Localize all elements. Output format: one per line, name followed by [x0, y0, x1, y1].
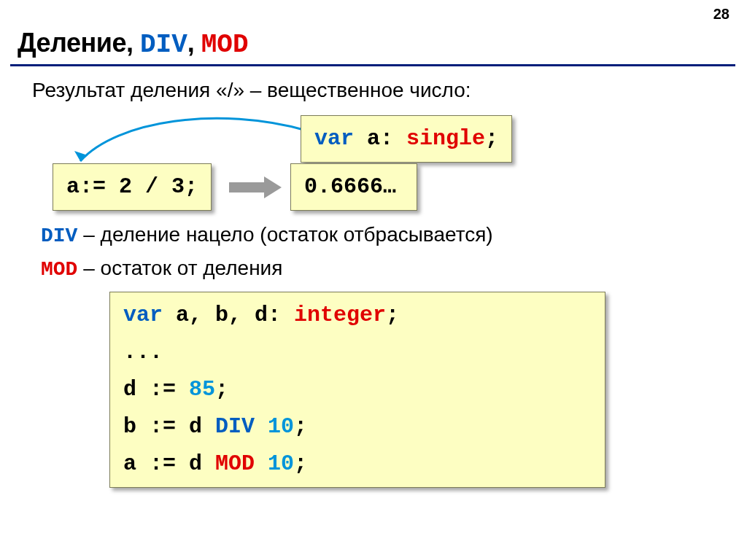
slide-title: Деление, DIV, MOD — [18, 28, 249, 60]
connector-curve — [58, 113, 314, 171]
title-comma: , — [126, 28, 140, 58]
kw-mod: MOD — [215, 451, 255, 476]
code-number: 10 — [268, 451, 294, 476]
definition-text: – остаток от деления — [77, 257, 282, 279]
code-box-var-decl: var a: single; — [301, 115, 512, 163]
definition-mod: MOD – остаток от деления — [41, 257, 282, 281]
code-text — [255, 414, 268, 439]
kw-div: DIV — [215, 414, 255, 439]
definition-div: DIV – деление нацело (остаток отбрасывае… — [41, 223, 493, 247]
kw-mod: MOD — [41, 258, 77, 281]
code-text: a := d — [123, 451, 215, 476]
title-div-kw: DIV — [140, 30, 187, 60]
subtitle: Результат деления «/» – вещественное чис… — [32, 79, 471, 102]
code-text: ; — [485, 126, 498, 151]
page-number: 28 — [713, 6, 729, 23]
code-number: 10 — [268, 414, 294, 439]
code-text: d := — [123, 377, 189, 402]
code-box-result: 0.6666… — [290, 163, 417, 211]
code-text: ; — [294, 414, 307, 439]
code-text: b := d — [123, 414, 215, 439]
definition-text: – деление нацело (остаток отбрасывается) — [77, 223, 492, 246]
kw-div: DIV — [41, 225, 77, 247]
code-box-main: var a, b, d: integer; ... d := 85; b := … — [109, 292, 605, 488]
title-word: Деление — [18, 28, 126, 58]
code-text: ... — [123, 340, 163, 365]
code-text: ; — [215, 377, 228, 402]
code-text: ; — [294, 451, 307, 476]
code-text: a: — [354, 126, 406, 151]
arrow-icon — [229, 178, 287, 197]
code-text — [255, 451, 268, 476]
code-text: ; — [386, 303, 399, 327]
title-comma: , — [187, 28, 201, 58]
kw-type: integer — [294, 303, 386, 327]
kw-var: var — [123, 303, 163, 327]
code-text: a, b, d: — [163, 303, 294, 327]
title-mod-kw: MOD — [201, 30, 249, 60]
title-underline — [10, 64, 735, 66]
code-box-assign: a:= 2 / 3; — [53, 163, 212, 211]
kw-var: var — [314, 126, 354, 151]
kw-type: single — [406, 126, 485, 151]
code-number: 85 — [189, 377, 215, 402]
